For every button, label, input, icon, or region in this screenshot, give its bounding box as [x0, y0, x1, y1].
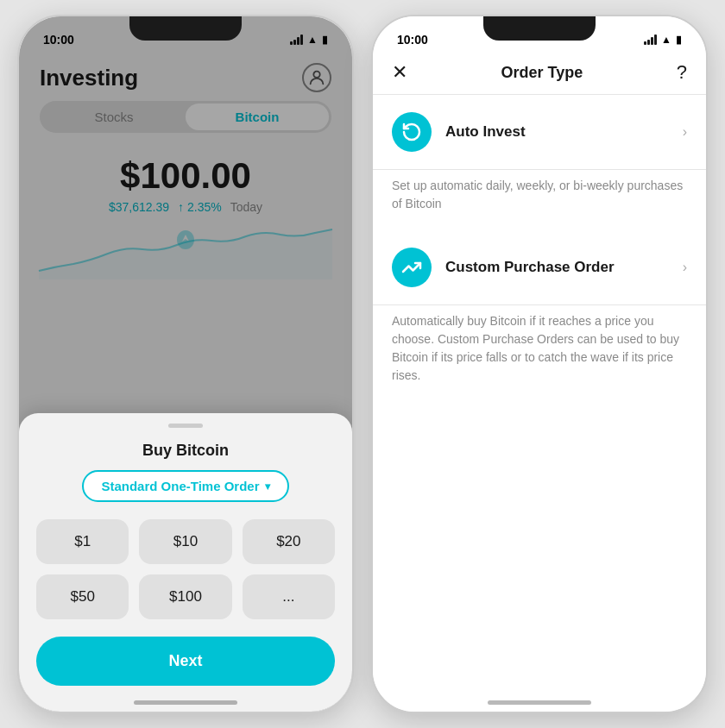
- auto-invest-item[interactable]: Auto Invest ›: [373, 95, 706, 170]
- auto-invest-icon: [392, 112, 432, 152]
- status-time-right: 10:00: [397, 33, 428, 47]
- amount-20[interactable]: $20: [243, 519, 335, 564]
- order-type-selector[interactable]: Standard One-Time Order ▾: [82, 470, 288, 502]
- amount-more[interactable]: ...: [243, 574, 335, 619]
- chevron-down-icon: ▾: [265, 480, 270, 493]
- order-type-title: Order Type: [501, 64, 583, 82]
- home-screen: 10:00 ▲ ▮ Investing: [19, 16, 352, 712]
- custom-purchase-content: Custom Purchase Order: [445, 259, 669, 276]
- help-icon[interactable]: ?: [677, 61, 687, 84]
- amount-10[interactable]: $10: [139, 519, 231, 564]
- sheet-handle: [168, 424, 203, 428]
- custom-purchase-item[interactable]: Custom Purchase Order ›: [373, 230, 706, 305]
- next-button[interactable]: Next: [36, 637, 335, 686]
- auto-invest-description: Set up automatic daily, weekly, or bi-we…: [392, 177, 687, 213]
- left-phone: 10:00 ▲ ▮ Investing: [17, 15, 354, 713]
- close-icon[interactable]: ✕: [392, 63, 407, 82]
- right-phone: 10:00 ▲ ▮ ✕ Order Type ?: [371, 15, 708, 713]
- signal-bars-icon-right: [644, 35, 657, 45]
- auto-invest-content: Auto Invest: [445, 123, 669, 141]
- amount-1[interactable]: $1: [36, 519, 129, 564]
- auto-invest-title: Auto Invest: [445, 123, 669, 141]
- home-indicator: [134, 700, 237, 705]
- custom-purchase-description: Automatically buy Bitcoin if it reaches …: [392, 312, 687, 385]
- sheet-title: Buy Bitcoin: [36, 442, 335, 460]
- amount-100[interactable]: $100: [139, 574, 231, 619]
- amount-50[interactable]: $50: [36, 574, 129, 619]
- custom-purchase-title: Custom Purchase Order: [445, 259, 669, 276]
- order-type-screen: 10:00 ▲ ▮ ✕ Order Type ?: [373, 16, 706, 712]
- battery-icon-right: ▮: [676, 34, 682, 46]
- order-type-header: ✕ Order Type ?: [373, 54, 706, 95]
- wifi-icon-right: ▲: [661, 34, 671, 46]
- home-indicator-right: [488, 700, 591, 705]
- phone-notch-right: [483, 16, 596, 41]
- bottom-sheet: Buy Bitcoin Standard One-Time Order ▾ $1…: [19, 413, 352, 712]
- chevron-right-icon-custom: ›: [683, 260, 687, 275]
- order-type-label: Standard One-Time Order: [101, 479, 259, 493]
- custom-purchase-icon: [392, 248, 432, 287]
- chevron-right-icon-auto: ›: [683, 124, 687, 140]
- amount-grid: $1 $10 $20 $50 $100 ...: [36, 519, 335, 619]
- phone-notch: [129, 16, 242, 41]
- status-icons-right: ▲ ▮: [644, 34, 682, 46]
